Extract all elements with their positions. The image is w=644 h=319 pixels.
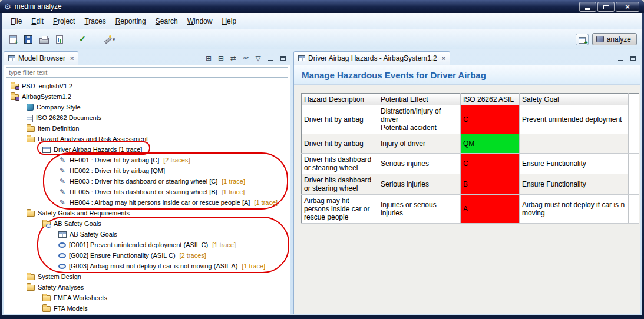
tree-item[interactable]: ISO 26262 Documents [4,112,290,123]
tree-item[interactable]: AirbagSystem1.2 [4,91,290,102]
cell-potential-effect[interactable]: Injuries or serious injuries [378,195,461,224]
cell-stub [629,105,639,134]
tree-item[interactable]: AB Safety Goals [4,218,290,229]
close-icon[interactable]: × [70,55,74,62]
new-wizard-button[interactable] [7,33,19,46]
cell-safety-goal[interactable]: Ensure Functionality [520,154,629,174]
maximize-icon [630,56,636,61]
cell-safety-goal[interactable]: Ensure Functionality [520,174,629,195]
tree-item[interactable]: PSD_englishV1.2 [4,81,290,91]
tree-item[interactable]: ✎HE005 : Driver hits dashboard or steari… [4,187,290,197]
minimize-button[interactable] [265,53,276,63]
menu-help[interactable]: Help [217,15,241,28]
analyze-perspective-button[interactable]: analyze [592,33,637,45]
magic-wand-button[interactable]: ▾ [101,33,118,46]
column-header[interactable]: Safety Goal [520,94,629,105]
cell-asil[interactable]: QM [461,134,520,154]
tree-item[interactable]: ✎HE001 : Driver hit by airbag [C][2 trac… [4,155,290,165]
cell-asil[interactable]: B [461,174,520,195]
tree-item-label: FMEA Worksheets [54,294,107,301]
cell-hazard-description[interactable]: Driver hits dashboard or stearing wheel [302,174,378,195]
close-button[interactable]: × [616,2,639,12]
tree-item[interactable]: ✎HE002 : Driver hit by airbag [QM] [4,165,290,176]
save-button[interactable] [22,33,35,46]
expand-all-button[interactable]: ⊞ [203,53,214,63]
report-icon [56,35,63,44]
close-icon[interactable]: × [442,55,445,62]
column-header[interactable]: Potential Effect [378,94,461,105]
cell-hazard-description[interactable]: Driver hit by airbag [302,134,378,154]
column-header[interactable]: Hazard Description [302,94,378,105]
tree-item[interactable]: [G003] Airbag must not deploy if car is … [4,261,290,271]
tree-item-label: Company Style [37,104,81,111]
minimize-button[interactable] [615,53,626,63]
menu-bar: FileEditProjectTracesReportingSearchWind… [2,13,642,29]
tree-item[interactable]: ✎HE003 : Driver hits dashboard or steari… [4,176,290,187]
cell-stub [629,195,639,224]
tree-item-label: ISO 26262 Documents [36,114,101,121]
tree-item[interactable]: Company Style [4,102,290,112]
menu-file[interactable]: File [6,15,27,28]
report-button[interactable] [54,33,65,46]
tree-item[interactable]: Hazard Analysis and Risk Assessment [4,134,290,144]
editor-content: Hazard DescriptionPotential EffectISO 26… [294,85,640,314]
tree-item-label: System Design [38,273,81,280]
filter-input[interactable] [6,67,288,78]
tree-item[interactable]: FTA Models [4,303,290,314]
tree-item[interactable]: Safety Analyses [4,282,290,293]
cell-asil[interactable]: A [461,195,520,224]
close-icon: × [625,3,630,11]
tree-item[interactable]: FMEA Worksheets [4,293,290,303]
cell-hazard-description[interactable]: Airbag may hit persons inside car or res… [302,195,378,224]
menu-search[interactable]: Search [151,15,183,28]
tree-item-label: PSD_englishV1.2 [22,82,72,89]
collapse-all-button[interactable]: ⊟ [216,53,226,63]
cell-safety-goal[interactable] [520,134,629,154]
goal-icon [58,253,66,258]
hazard-event-icon: ✎ [58,157,67,163]
maximize-button[interactable] [628,53,638,63]
tree-item[interactable]: AB Safety Goals [4,229,290,240]
menu-edit[interactable]: Edit [27,15,48,28]
validate-button[interactable] [77,33,90,46]
cell-hazard-description[interactable]: Driver hit by airbag [302,105,378,134]
menu-project[interactable]: Project [48,15,80,28]
open-perspective-button[interactable] [576,34,589,45]
menu-window[interactable]: Window [183,15,217,28]
model-browser-icon [8,55,15,61]
tab-editor[interactable]: Driver Airbag Hazards - AirbagSystem1.2 … [293,51,450,65]
print-button[interactable] [37,33,51,46]
cell-asil[interactable]: C [461,154,520,174]
tree-item[interactable]: System Design [4,271,290,282]
tab-model-browser[interactable]: Model Browser × [4,51,78,65]
trace-count: [1 trace] [242,262,265,270]
cell-safety-goal[interactable]: Airbag must not deploy if car is n movin… [520,195,629,224]
menu-reporting[interactable]: Reporting [111,15,151,28]
magic-wand-icon [103,35,111,44]
link-with-editor-button[interactable]: ⇄ [228,53,239,63]
cell-potential-effect[interactable]: Distraction/injury of driver Potential a… [378,105,461,134]
cell-hazard-description[interactable]: Driver hits dashboard or stearing wheel [302,154,378,174]
tree-item[interactable]: ✎HE004 : Airbag may hit persons inside c… [4,197,290,208]
menu-traces[interactable]: Traces [80,15,110,28]
cell-potential-effect[interactable]: Serious injuries [378,174,461,195]
minimize-button[interactable] [579,2,596,12]
title-bar[interactable]: ⚙ medini analyze × [0,0,644,13]
main-toolbar: ▾ analyze [2,29,642,49]
maximize-button[interactable] [278,53,288,63]
view-menu-button[interactable]: ▽ [253,53,263,63]
cell-asil[interactable]: C [461,105,520,134]
tree-item[interactable]: Item Definition [4,123,290,134]
tree-item[interactable]: Safety Goals and Requirements [4,208,290,218]
cell-safety-goal[interactable]: Prevent unintended deployment [520,105,629,134]
column-header[interactable]: ISO 26262 ASIL [461,94,520,105]
tree-item[interactable]: Driver Airbag Hazards [1 trace] [4,144,290,155]
maximize-button[interactable] [597,2,615,12]
tree-item[interactable]: [G001] Prevent unintended deployment (AS… [4,240,290,250]
sort-button[interactable]: a-z [240,53,251,63]
tree-item[interactable]: [G002] Ensure Functionality (ASIL C)[2 t… [4,250,290,261]
hazards-table: Hazard DescriptionPotential EffectISO 26… [301,93,639,224]
cell-potential-effect[interactable]: Serious injuries [378,154,461,174]
cell-potential-effect[interactable]: Injury of driver [378,134,461,154]
table-row: Driver hit by airbagInjury of driverQM [302,134,639,154]
